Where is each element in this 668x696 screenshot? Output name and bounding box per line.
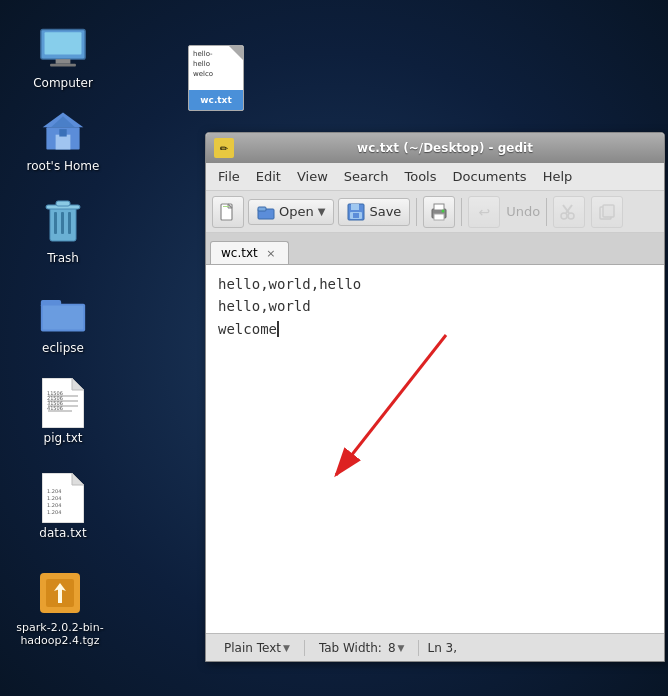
menu-tools[interactable]: Tools [396,165,444,188]
data-txt-label: data.txt [39,526,86,540]
save-label: Save [369,204,401,219]
pig-txt-label: pig.txt [44,431,83,445]
statusbar-sep-1 [304,640,305,656]
svg-text:1.204: 1.204 [47,495,61,501]
svg-rect-2 [56,59,71,64]
menu-search[interactable]: Search [336,165,397,188]
gedit-app-icon: ✏ [214,138,234,158]
svg-rect-47 [353,213,359,218]
menu-edit[interactable]: Edit [248,165,289,188]
svg-text:1.204: 1.204 [47,502,61,508]
filetype-label: Plain Text [224,641,281,655]
editor-line-1: hello,world,hello [218,273,652,295]
svg-point-54 [561,213,567,219]
svg-rect-17 [43,306,84,330]
eclipse-label: eclipse [42,341,84,355]
svg-rect-11 [61,212,64,234]
sidebar-item-spark[interactable]: spark-2.0.2-bin-hadoop2.4.tgz [10,565,110,651]
svg-rect-14 [56,201,70,206]
sidebar-item-roots-home[interactable]: root's Home [18,103,108,177]
svg-rect-6 [56,135,71,150]
svg-marker-29 [72,473,84,485]
statusbar-sep-2 [418,640,419,656]
print-button[interactable] [423,196,455,228]
tabwidth-selector[interactable]: Tab Width: 8 ▼ [313,639,411,657]
open-dropdown-arrow[interactable]: ▼ [318,206,326,217]
gedit-window: ✏ wc.txt (~/Desktop) - gedit File Edit V… [205,132,665,662]
wctxt-blue-label: wc.txt [189,90,243,110]
svg-rect-45 [351,204,359,210]
editor-line-2: hello,world [218,295,652,317]
filetype-chevron: ▼ [283,643,290,653]
tabwidth-label: Tab Width: [319,641,382,655]
svg-rect-41 [223,206,229,207]
undo-label: Undo [506,204,540,219]
svg-rect-7 [59,129,66,136]
svg-rect-12 [68,212,71,234]
gedit-title: wc.txt (~/Desktop) - gedit [234,141,656,155]
gedit-menubar: File Edit View Search Tools Documents He… [206,163,664,191]
svg-rect-49 [434,204,444,210]
gedit-titlebar: ✏ wc.txt (~/Desktop) - gedit [206,133,664,163]
gedit-editor[interactable]: hello,world,hello hello,world welcome [206,265,664,633]
new-button[interactable] [212,196,244,228]
desktop: Computer root's Home Tras [0,0,668,696]
svg-point-55 [568,213,574,219]
sidebar-item-eclipse[interactable]: eclipse [18,285,108,359]
save-button[interactable]: Save [338,198,410,226]
copy-button[interactable] [591,196,623,228]
cut-button[interactable] [553,196,585,228]
computer-icon [39,24,87,72]
roots-home-icon [39,107,87,155]
svg-text:41506: 41506 [47,405,63,411]
tab-close-button[interactable]: × [264,246,278,260]
toolbar-separator-2 [461,198,462,226]
menu-file[interactable]: File [210,165,248,188]
sidebar-item-computer[interactable]: Computer [18,20,108,94]
open-button[interactable]: Open ▼ [248,199,334,225]
red-arrow [266,325,486,525]
gedit-tabs: wc.txt × [206,233,664,265]
svg-text:1.204: 1.204 [47,488,61,494]
svg-rect-50 [434,214,444,220]
wctxt-file-icon: hello- hello welco wc.txt [188,45,244,111]
svg-rect-43 [258,207,266,211]
gedit-toolbar: Open ▼ Save [206,191,664,233]
tab-label: wc.txt [221,246,258,260]
svg-text:1.204: 1.204 [47,509,61,515]
sidebar-item-data-txt[interactable]: 1.204 1.204 1.204 1.204 data.txt [18,470,108,544]
cursor-position: Ln 3, [427,641,457,655]
undo-button[interactable]: ↩ [468,196,500,228]
eclipse-folder-icon [39,289,87,337]
filetype-selector[interactable]: Plain Text ▼ [218,639,296,657]
wctxt-corner-fold [229,46,243,60]
menu-view[interactable]: View [289,165,336,188]
svg-rect-1 [45,32,82,54]
gedit-statusbar: Plain Text ▼ Tab Width: 8 ▼ Ln 3, [206,633,664,661]
toolbar-separator-3 [546,198,547,226]
svg-rect-57 [603,205,614,217]
svg-line-59 [336,335,446,475]
sidebar-item-trash[interactable]: Trash [18,195,108,269]
data-txt-icon: 1.204 1.204 1.204 1.204 [39,474,87,522]
trash-icon [39,199,87,247]
spark-icon [36,569,84,617]
svg-rect-3 [50,64,76,67]
roots-home-label: root's Home [27,159,100,173]
toolbar-separator-1 [416,198,417,226]
menu-help[interactable]: Help [535,165,581,188]
open-label: Open [279,204,314,219]
wctxt-desktop-icon[interactable]: hello- hello welco wc.txt [188,45,244,111]
tab-wctxt[interactable]: wc.txt × [210,241,289,264]
menu-documents[interactable]: Documents [445,165,535,188]
svg-rect-10 [54,212,57,234]
trash-label: Trash [47,251,79,265]
sidebar-item-pig-txt[interactable]: 11506 21506 31506 41506 pig.txt [18,375,108,449]
svg-rect-37 [58,589,62,603]
computer-label: Computer [33,76,93,90]
tabwidth-value: 8 [388,641,396,655]
svg-point-51 [442,209,445,212]
spark-label: spark-2.0.2-bin-hadoop2.4.tgz [14,621,106,647]
svg-marker-19 [72,378,84,390]
tabwidth-chevron: ▼ [398,643,405,653]
